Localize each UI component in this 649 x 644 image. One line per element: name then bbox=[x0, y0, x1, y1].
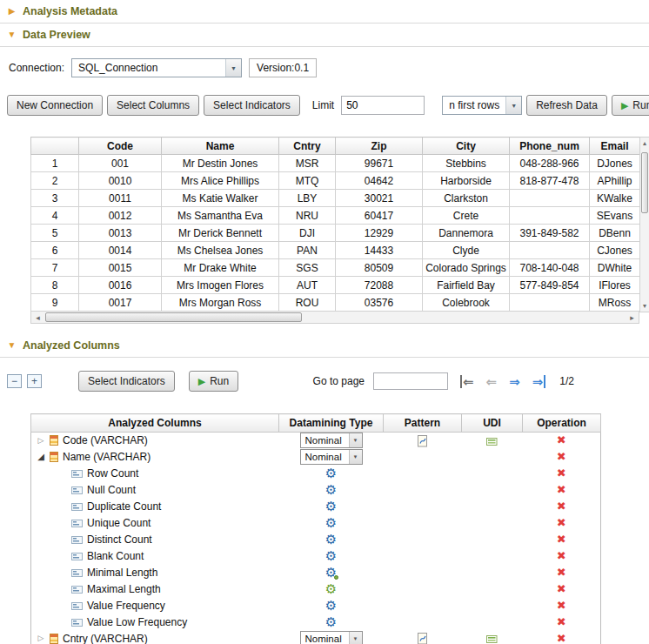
indicator-options-gear-icon[interactable]: ⚙ bbox=[325, 581, 337, 596]
indicator-row[interactable]: Blank Count ⚙ ✖ bbox=[31, 548, 601, 565]
cell-name: Mrs Morgan Ross bbox=[162, 294, 279, 312]
indicator-icon bbox=[71, 486, 83, 494]
cell-phone: 048-288-966 bbox=[510, 155, 590, 172]
table-row[interactable]: 9 0017 Mrs Morgan Ross ROU 03576 Colebro… bbox=[31, 294, 640, 312]
section-analyzed-columns[interactable]: ▼ Analyzed Columns bbox=[0, 334, 649, 357]
next-page-icon[interactable]: ⇒ bbox=[509, 375, 520, 388]
expand-icon[interactable]: ▷ bbox=[37, 634, 45, 642]
table-row[interactable]: 3 0011 Ms Katie Walker LBY 30021 Clarkst… bbox=[31, 190, 640, 207]
rows-mode-value: n first rows bbox=[443, 97, 505, 114]
section-data-preview[interactable]: ▼ Data Preview bbox=[0, 23, 649, 46]
chevron-down-icon[interactable]: ▼ bbox=[349, 433, 362, 447]
collapse-icon[interactable]: ◢ bbox=[37, 453, 45, 461]
indicator-row[interactable]: Row Count ⚙ ✖ bbox=[31, 466, 601, 482]
indicator-row[interactable]: Unique Count ⚙ ✖ bbox=[31, 515, 601, 532]
indicator-row[interactable]: Value Low Frequency ⚙ ✖ bbox=[31, 614, 601, 631]
table-row[interactable]: 2 0010 Mrs Alice Phillips MTQ 04642 Harb… bbox=[31, 172, 640, 190]
previous-page-icon[interactable]: ⇐ bbox=[486, 375, 498, 388]
horizontal-scrollbar[interactable]: ◂ ▸ bbox=[30, 312, 639, 324]
indicator-options-gear-icon[interactable]: ⚙ bbox=[325, 482, 337, 497]
delete-icon[interactable]: ✖ bbox=[557, 450, 566, 463]
table-row[interactable]: 1 001 Mr Destin Jones MSR 99671 Stebbins… bbox=[31, 155, 640, 172]
connection-select[interactable]: SQL_Connection ▼ bbox=[71, 58, 242, 77]
run-button[interactable]: ▶ Run bbox=[612, 95, 649, 116]
indicator-row[interactable]: Maximal Length ⚙ ✖ bbox=[31, 581, 601, 598]
indicator-options-gear-icon[interactable]: ⚙ bbox=[325, 598, 337, 613]
indicator-label: Value Low Frequency bbox=[87, 616, 187, 628]
delete-icon[interactable]: ✖ bbox=[557, 433, 566, 446]
table-row[interactable]: 6 0014 Ms Chelsea Jones PAN 14433 Clyde … bbox=[31, 242, 640, 259]
chevron-down-icon[interactable]: ▼ bbox=[349, 450, 362, 464]
delete-icon[interactable]: ✖ bbox=[557, 632, 566, 644]
cell-code: 0013 bbox=[79, 225, 162, 242]
select-indicators-button[interactable]: Select Indicators bbox=[78, 371, 175, 392]
table-row[interactable]: 7 0015 Mr Drake White SGS 80509 Colorado… bbox=[31, 259, 640, 277]
analyzed-column-row[interactable]: ▷ Code (VARCHAR) Nominal ▼ ✖ bbox=[31, 433, 601, 449]
delete-icon[interactable]: ✖ bbox=[557, 599, 566, 612]
analyzed-column-row[interactable]: ◢ Name (VARCHAR) Nominal ▼ ✖ bbox=[31, 449, 601, 466]
scroll-down-icon[interactable]: ▾ bbox=[643, 300, 646, 312]
section-analysis-metadata[interactable]: ▶ Analysis Metadata bbox=[0, 0, 649, 23]
vertical-scrollbar[interactable]: ▴ ▾ bbox=[639, 137, 649, 312]
chevron-down-icon[interactable]: ▼ bbox=[225, 59, 241, 77]
expand-all-button[interactable]: + bbox=[27, 374, 42, 388]
first-page-icon[interactable]: ⇐ bbox=[460, 375, 474, 388]
limit-input[interactable] bbox=[341, 96, 425, 115]
add-udi-icon[interactable] bbox=[486, 437, 498, 446]
delete-icon[interactable]: ✖ bbox=[557, 566, 566, 579]
delete-icon[interactable]: ✖ bbox=[557, 582, 566, 595]
datamining-type-select[interactable]: Nominal ▼ bbox=[300, 631, 363, 644]
cell-zip: 72088 bbox=[336, 277, 423, 294]
cell-zip: 80509 bbox=[336, 259, 423, 277]
delete-icon[interactable]: ✖ bbox=[557, 483, 566, 496]
add-pattern-icon[interactable] bbox=[417, 633, 429, 644]
indicator-row[interactable]: Distinct Count ⚙ ✖ bbox=[31, 532, 601, 548]
table-row[interactable]: 8 0016 Mrs Imogen Flores AUT 72088 Fairf… bbox=[31, 277, 640, 294]
indicator-row[interactable]: Minimal Length ⚙ ✖ bbox=[31, 565, 601, 581]
indicator-options-gear-icon[interactable]: ⚙ bbox=[325, 614, 337, 629]
scroll-left-icon[interactable]: ◂ bbox=[31, 313, 44, 322]
chevron-down-icon[interactable]: ▼ bbox=[505, 97, 521, 114]
add-udi-icon[interactable] bbox=[486, 634, 498, 644]
delete-icon[interactable]: ✖ bbox=[557, 549, 566, 562]
goto-page-label: Go to page bbox=[313, 375, 365, 387]
twistie-collapsed-icon[interactable]: ▶ bbox=[7, 7, 17, 16]
indicator-row[interactable]: Null Count ⚙ ✖ bbox=[31, 482, 601, 499]
indicator-options-gear-icon[interactable]: ⚙ bbox=[325, 466, 337, 480]
twistie-expanded-icon[interactable]: ▼ bbox=[7, 30, 17, 39]
add-pattern-icon[interactable] bbox=[417, 435, 429, 447]
new-connection-button[interactable]: New Connection bbox=[7, 95, 103, 116]
goto-page-input[interactable] bbox=[373, 372, 448, 390]
indicator-options-gear-icon[interactable]: ⚙ bbox=[325, 499, 337, 513]
indicator-options-gear-icon[interactable]: ⚙ bbox=[325, 515, 337, 530]
refresh-data-button[interactable]: Refresh Data bbox=[526, 95, 607, 116]
scrollbar-thumb[interactable] bbox=[45, 312, 302, 322]
table-row[interactable]: 5 0013 Mr Derick Bennett DJI 12929 Danne… bbox=[31, 225, 640, 242]
twistie-expanded-icon[interactable]: ▼ bbox=[7, 341, 17, 350]
table-row[interactable]: 4 0012 Ms Samantha Eva NRU 60417 Crete S… bbox=[31, 207, 640, 225]
scrollbar-thumb[interactable] bbox=[641, 152, 648, 213]
indicator-row[interactable]: Value Frequency ⚙ ✖ bbox=[31, 598, 601, 614]
collapse-all-button[interactable]: − bbox=[7, 374, 22, 388]
analyzed-column-row[interactable]: ▷ Cntry (VARCHAR) Nominal ▼ ✖ bbox=[31, 631, 601, 644]
delete-icon[interactable]: ✖ bbox=[557, 533, 566, 546]
scroll-right-icon[interactable]: ▸ bbox=[626, 313, 639, 322]
delete-icon[interactable]: ✖ bbox=[557, 516, 566, 529]
datamining-type-select[interactable]: Nominal ▼ bbox=[300, 449, 363, 465]
indicator-row[interactable]: Duplicate Count ⚙ ✖ bbox=[31, 499, 601, 515]
cell-email: MRoss bbox=[590, 294, 640, 312]
delete-icon[interactable]: ✖ bbox=[557, 500, 566, 513]
indicator-options-gear-icon[interactable]: ⚙ bbox=[325, 548, 337, 563]
delete-icon[interactable]: ✖ bbox=[557, 466, 566, 480]
datamining-type-select[interactable]: Nominal ▼ bbox=[300, 433, 363, 448]
select-columns-button[interactable]: Select Columns bbox=[107, 95, 199, 116]
indicator-options-gear-icon[interactable]: ⚙ bbox=[325, 532, 337, 547]
chevron-down-icon[interactable]: ▼ bbox=[349, 632, 362, 644]
rows-mode-select[interactable]: n first rows ▼ bbox=[442, 96, 522, 115]
expand-icon[interactable]: ▷ bbox=[37, 437, 45, 445]
delete-icon[interactable]: ✖ bbox=[557, 615, 566, 628]
select-indicators-button[interactable]: Select Indicators bbox=[204, 95, 300, 116]
run-button[interactable]: ▶ Run bbox=[189, 371, 238, 392]
last-page-icon[interactable]: ⇒ bbox=[532, 375, 546, 388]
scroll-up-icon[interactable]: ▴ bbox=[643, 138, 646, 149]
